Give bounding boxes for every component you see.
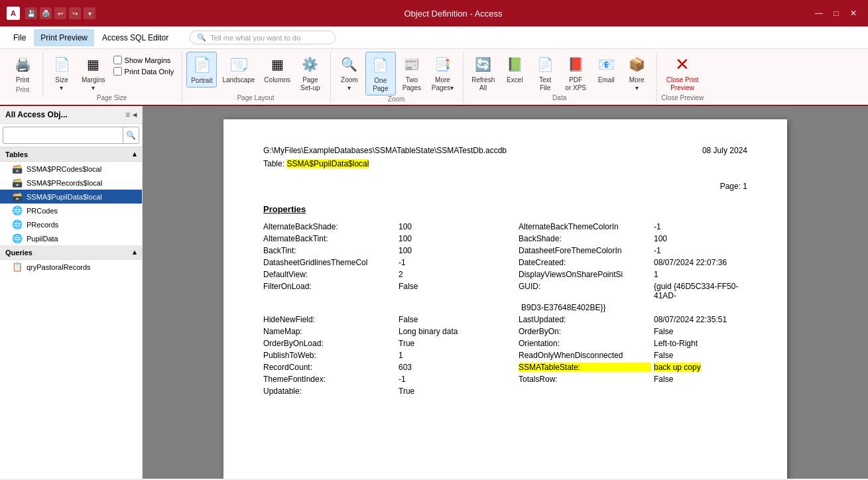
print-quick-icon[interactable]: 🖨️	[40, 7, 52, 19]
columns-button[interactable]: ▦ Columns	[260, 52, 294, 86]
prop-row-5b-right: B9D3-E37648E402BE}}	[519, 303, 747, 312]
page-size-checkboxes: Show Margins Print Data Only	[111, 52, 177, 80]
page-setup-button[interactable]: ⚙️ PageSet-up	[296, 52, 325, 94]
prop-row-4-right: DisplayViewsOnSharePointSi 1	[519, 270, 747, 279]
ribbon: 🖨️ Print Print 📄 Size▾ ▦ Margins▾ Show M…	[0, 49, 868, 106]
queries-section-header[interactable]: Queries ▴	[0, 245, 142, 260]
portrait-icon: 📄	[191, 54, 212, 76]
show-margins-input[interactable]	[113, 56, 122, 64]
save-icon[interactable]: 💾	[25, 7, 37, 19]
refresh-all-button[interactable]: 🔄 RefreshAll	[467, 52, 499, 94]
queries-collapse-icon: ▴	[133, 248, 137, 257]
close-print-preview-button[interactable]: ✕ Close PrintPreview	[662, 52, 703, 94]
prop-value-10-right: back up copy	[654, 363, 701, 372]
search-box[interactable]: 🔍 Tell me what you want to do	[190, 30, 336, 44]
prop-value-6-right: 08/07/2024 22:35:51	[654, 315, 727, 324]
size-button[interactable]: 📄 Size▾	[47, 52, 76, 94]
prop-name-7-left: NameMap:	[263, 327, 396, 336]
ribbon-group-data: 🔄 RefreshAll 📗 Excel 📄 TextFile 📕 PDFor …	[465, 52, 657, 103]
refresh-label: RefreshAll	[471, 76, 495, 92]
portrait-button[interactable]: 📄 Portrait	[186, 52, 217, 88]
prop-row-7-left: NameMap: Long binary data	[263, 327, 492, 336]
sidebar-item-precords[interactable]: 🌐 PRecords	[0, 217, 142, 231]
minimize-button[interactable]: —	[811, 5, 827, 21]
more-pages-button[interactable]: 📑 MorePages▾	[428, 52, 458, 94]
prop-name-6-left: HideNewField:	[263, 315, 396, 324]
sidebar-item-pupildata[interactable]: 🌐 PupilData	[0, 231, 142, 245]
prop-value-9-right: False	[654, 351, 673, 360]
print-group-items: 🖨️ Print	[8, 52, 37, 86]
zoom-group-items: 🔍 Zoom▾ 📄 OnePage 📰 TwoPages 📑 MorePages…	[335, 52, 458, 95]
text-file-icon: 📄	[534, 54, 556, 75]
table-icon-1: 🗃️	[12, 164, 23, 174]
close-button[interactable]: ✕	[845, 5, 861, 21]
two-pages-button[interactable]: 📰 TwoPages	[397, 52, 426, 94]
page-setup-icon: ⚙️	[300, 54, 321, 75]
more-data-button[interactable]: 📦 More▾	[622, 52, 651, 94]
print-date: 08 July 2024	[702, 146, 747, 155]
queries-label: Queries	[5, 249, 32, 257]
print-group-label: Print	[8, 86, 37, 95]
pdf-xps-button[interactable]: 📕 PDFor XPS	[561, 52, 590, 94]
columns-label: Columns	[264, 76, 290, 84]
maximize-button[interactable]: □	[828, 5, 844, 21]
sidebar-item-prcodes[interactable]: 🌐 PRCodes	[0, 204, 142, 217]
prop-name-4-right: DisplayViewsOnSharePointSi	[519, 270, 651, 279]
sidebar-item-ssma-pr-codes[interactable]: 🗃️ SSMA$PRCodes$local	[0, 162, 142, 176]
sidebar-content: Tables ▴ 🗃️ SSMA$PRCodes$local 🗃️ SSMA$P…	[0, 147, 142, 479]
excel-button[interactable]: 📗 Excel	[500, 52, 529, 86]
sidebar-search-input[interactable]	[3, 129, 123, 141]
prop-value-8-left: True	[399, 339, 414, 348]
undo-icon[interactable]: ↩	[54, 7, 66, 19]
prop-row-3-left: DatasheetGridlinesThemeCol -1	[263, 258, 492, 267]
email-button[interactable]: 📧 Email	[591, 52, 621, 86]
prop-value-5b-right: B9D3-E37648E402BE}}	[521, 303, 605, 312]
sidebar: All Access Obj... ≡ ◂ 🔍 Tables ▴ 🗃️ SSMA…	[0, 106, 143, 479]
print-data-only-checkbox[interactable]: Print Data Only	[113, 67, 174, 76]
close-preview-group-items: ✕ Close PrintPreview	[662, 52, 703, 94]
tables-section-header[interactable]: Tables ▴	[0, 147, 142, 162]
sidebar-collapse-btn[interactable]: ◂	[133, 110, 137, 119]
properties-title: Properties	[263, 204, 747, 214]
redo-icon[interactable]: ↪	[69, 7, 81, 19]
prop-value-10-left: 603	[399, 363, 412, 372]
prop-name-9-right: ReadOnlyWhenDisconnected	[519, 351, 651, 360]
prop-value-4-right: 1	[654, 270, 658, 279]
columns-icon: ▦	[267, 54, 288, 75]
landscape-button[interactable]: 📄 Landscape	[218, 52, 259, 86]
prop-name-5-right: GUID:	[519, 282, 651, 291]
print-data-only-input[interactable]	[113, 67, 122, 76]
properties-section: Properties AlternateBackShade: 100 Alter…	[263, 204, 747, 396]
menu-access-sql[interactable]: Access SQL Editor	[95, 29, 175, 46]
sidebar-item-ssma-pupil-data[interactable]: 🗃️ SSMA$PupilData$local	[0, 190, 142, 204]
prop-row-12-right	[519, 387, 747, 396]
sidebar-menu-btn[interactable]: ≡	[125, 110, 130, 119]
sidebar-item-ssma-pr-records[interactable]: 🗃️ SSMA$PRecords$local	[0, 176, 142, 190]
prop-row-2-left: BackTint: 100	[263, 246, 492, 255]
prop-row-0-left: AlternateBackShade: 100	[263, 222, 492, 231]
print-button[interactable]: 🖨️ Print	[8, 52, 37, 86]
sidebar-header: All Access Obj... ≡ ◂	[0, 106, 142, 124]
text-file-button[interactable]: 📄 TextFile	[530, 52, 560, 94]
prop-name-5-left: FilterOnLoad:	[263, 282, 396, 291]
menu-file[interactable]: File	[7, 29, 32, 46]
zoom-button[interactable]: 🔍 Zoom▾	[335, 52, 364, 94]
prop-row-5-right: GUID: {guid {46D5C334-FF50-41AD-	[519, 282, 747, 300]
prop-row-10-left: RecordCount: 603	[263, 363, 492, 372]
sidebar-search-button[interactable]: 🔍	[123, 127, 139, 143]
sidebar-search-area: 🔍	[0, 124, 142, 147]
prop-row-5-left: FilterOnLoad: False	[263, 282, 492, 300]
prop-name-0-left: AlternateBackShade:	[263, 222, 396, 231]
table-icon-3: 🗃️	[12, 192, 23, 202]
prop-value-8-right: Left-to-Right	[654, 339, 698, 348]
sidebar-item-qry-pastoral[interactable]: 📋 qryPastoralRecords	[0, 260, 142, 274]
prop-name-10-left: RecordCount:	[263, 363, 396, 372]
prop-name-7-right: OrderByOn:	[519, 327, 651, 336]
margins-button[interactable]: ▦ Margins▾	[78, 52, 109, 94]
precords-label: PRecords	[27, 221, 58, 229]
prop-row-3-right: DateCreated: 08/07/2024 22:07:36	[519, 258, 747, 267]
dropdown-icon[interactable]: ▾	[84, 7, 95, 19]
menu-print-preview[interactable]: Print Preview	[34, 29, 94, 46]
one-page-button[interactable]: 📄 OnePage	[365, 52, 396, 95]
show-margins-checkbox[interactable]: Show Margins	[113, 56, 174, 64]
